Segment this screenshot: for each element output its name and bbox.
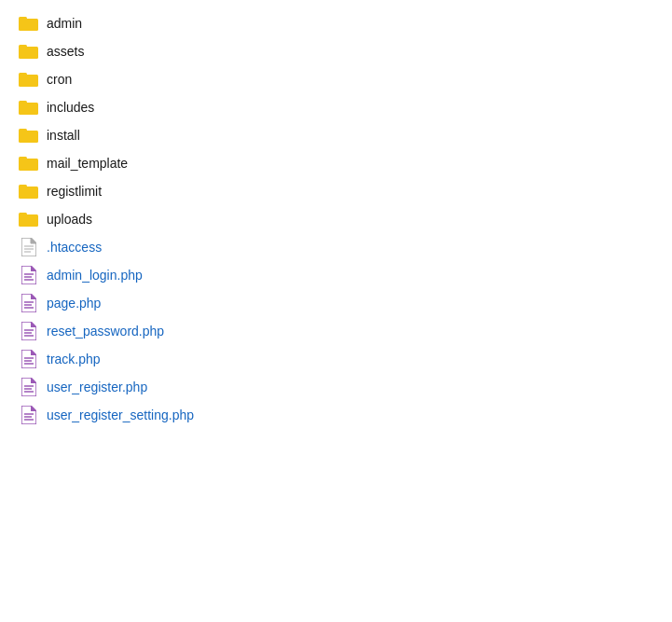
- folder-icon: [19, 98, 39, 117]
- folder-icon: [19, 182, 39, 200]
- folder-icon: [19, 42, 39, 61]
- svg-rect-5: [19, 73, 27, 76]
- file-name: admin_login.php: [47, 268, 143, 283]
- file-name: .htaccess: [47, 240, 102, 255]
- svg-rect-1: [19, 17, 27, 21]
- list-item[interactable]: page.php: [15, 289, 657, 317]
- file-name: install: [47, 128, 80, 143]
- file-php-icon: [19, 378, 39, 396]
- list-item[interactable]: reset_password.php: [15, 317, 657, 345]
- folder-icon: [19, 14, 39, 33]
- svg-rect-7: [19, 101, 27, 104]
- file-name: mail_template: [47, 156, 128, 171]
- folder-icon: [19, 126, 39, 145]
- file-generic-icon: [19, 238, 39, 256]
- list-item[interactable]: mail_template: [15, 149, 657, 177]
- file-php-icon: [19, 322, 39, 340]
- list-item[interactable]: assets: [15, 37, 657, 65]
- list-item[interactable]: track.php: [15, 345, 657, 373]
- svg-rect-11: [19, 157, 27, 160]
- list-item[interactable]: .htaccess: [15, 233, 657, 261]
- file-name: page.php: [47, 296, 101, 311]
- list-item[interactable]: uploads: [15, 205, 657, 233]
- file-php-icon: [19, 350, 39, 368]
- list-item[interactable]: cron: [15, 65, 657, 93]
- file-name: uploads: [47, 212, 92, 227]
- list-item[interactable]: registlimit: [15, 177, 657, 205]
- list-item[interactable]: includes: [15, 93, 657, 121]
- list-item[interactable]: install: [15, 121, 657, 149]
- svg-rect-15: [19, 213, 27, 216]
- file-name: assets: [47, 44, 84, 59]
- list-item[interactable]: user_register.php: [15, 373, 657, 401]
- file-list: admin assets cron: [15, 9, 657, 429]
- file-php-icon: [19, 294, 39, 312]
- file-php-icon: [19, 266, 39, 284]
- file-name: user_register_setting.php: [47, 408, 194, 422]
- file-name: track.php: [47, 352, 101, 366]
- folder-icon: [19, 210, 39, 228]
- folder-icon: [19, 70, 39, 89]
- list-item[interactable]: user_register_setting.php: [15, 401, 657, 429]
- file-name: user_register.php: [47, 380, 147, 394]
- file-name: includes: [47, 100, 94, 115]
- file-php-icon: [19, 406, 39, 424]
- svg-rect-13: [19, 185, 27, 188]
- file-name: reset_password.php: [47, 324, 164, 339]
- list-item[interactable]: admin_login.php: [15, 261, 657, 289]
- file-name: admin: [47, 16, 82, 31]
- file-name: registlimit: [47, 184, 102, 199]
- file-name: cron: [47, 72, 72, 87]
- list-item[interactable]: admin: [15, 9, 657, 37]
- svg-rect-3: [19, 45, 27, 48]
- svg-rect-9: [19, 129, 27, 132]
- folder-icon: [19, 154, 39, 173]
